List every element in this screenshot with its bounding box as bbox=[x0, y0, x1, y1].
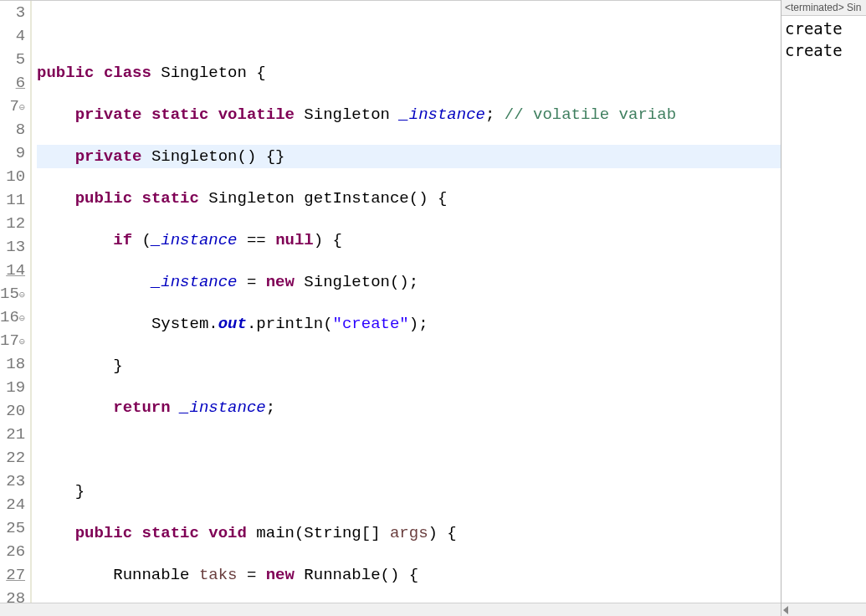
gutter: 3 4 5 6 7⊖ 8 9 10 11 12 13 14 15⊖ 16⊖ 17… bbox=[0, 1, 32, 616]
gutter-line: 23 bbox=[0, 470, 27, 493]
code-line: Runnable taks = new Runnable() { bbox=[37, 563, 781, 587]
gutter-line: 15⊖ bbox=[0, 282, 27, 305]
code-line: } bbox=[37, 354, 781, 377]
code-line: private static volatile Singleton _insta… bbox=[37, 103, 781, 126]
gutter-line: 17⊖ bbox=[0, 329, 27, 352]
gutter-line: 21 bbox=[0, 423, 27, 446]
console-scrollbar[interactable] bbox=[781, 603, 866, 616]
gutter-line: 3 bbox=[0, 1, 27, 24]
code-line: public static Singleton getInstance() { bbox=[37, 187, 781, 210]
code-line: public class Singleton { bbox=[37, 61, 781, 85]
gutter-line: 19 bbox=[0, 376, 27, 399]
gutter-line: 24 bbox=[0, 493, 27, 516]
code-line: return _instance; bbox=[37, 396, 781, 419]
code-line: public static void main(String[] args) { bbox=[37, 521, 781, 545]
gutter-line: 18 bbox=[0, 352, 27, 376]
gutter-line: 27 bbox=[0, 563, 27, 587]
gutter-line: 26 bbox=[0, 540, 27, 563]
code-line: } bbox=[37, 480, 781, 503]
gutter-line: 22 bbox=[0, 446, 27, 470]
gutter-line: 10 bbox=[0, 165, 27, 188]
console-line: create bbox=[785, 39, 863, 61]
code-line-active: private Singleton() {} bbox=[37, 145, 781, 168]
gutter-line: 16⊖ bbox=[0, 305, 27, 329]
gutter-line: 8 bbox=[0, 118, 27, 141]
code-content[interactable]: public class Singleton { private static … bbox=[32, 1, 781, 616]
gutter-line: 14 bbox=[0, 259, 27, 282]
gutter-line: 9 bbox=[0, 141, 27, 165]
code-panel: 3 4 5 6 7⊖ 8 9 10 11 12 13 14 15⊖ 16⊖ 17… bbox=[0, 0, 781, 616]
gutter-line: 4 bbox=[0, 24, 27, 48]
gutter-line: 6 bbox=[0, 71, 27, 95]
editor-area: 3 4 5 6 7⊖ 8 9 10 11 12 13 14 15⊖ 16⊖ 17… bbox=[0, 0, 866, 616]
code-line bbox=[37, 19, 781, 43]
code-line: System.out.println("create"); bbox=[37, 312, 781, 336]
editor-scrollbar[interactable] bbox=[0, 603, 781, 616]
gutter-line: 13 bbox=[0, 235, 27, 259]
gutter-line: 7⊖ bbox=[0, 95, 27, 118]
gutter-line: 12 bbox=[0, 212, 27, 235]
console-output[interactable]: create create bbox=[781, 16, 866, 603]
code-line: if (_instance == null) { bbox=[37, 228, 781, 252]
code-line: _instance = new Singleton(); bbox=[37, 270, 781, 294]
gutter-line: 11 bbox=[0, 188, 27, 212]
code-line bbox=[37, 438, 781, 461]
gutter-line: 25 bbox=[0, 516, 27, 540]
gutter-line: 20 bbox=[0, 399, 27, 423]
console-line: create bbox=[785, 18, 863, 39]
console-panel: <terminated> Sin create create bbox=[781, 0, 866, 616]
gutter-line: 5 bbox=[0, 48, 27, 71]
console-header: <terminated> Sin bbox=[781, 0, 866, 16]
